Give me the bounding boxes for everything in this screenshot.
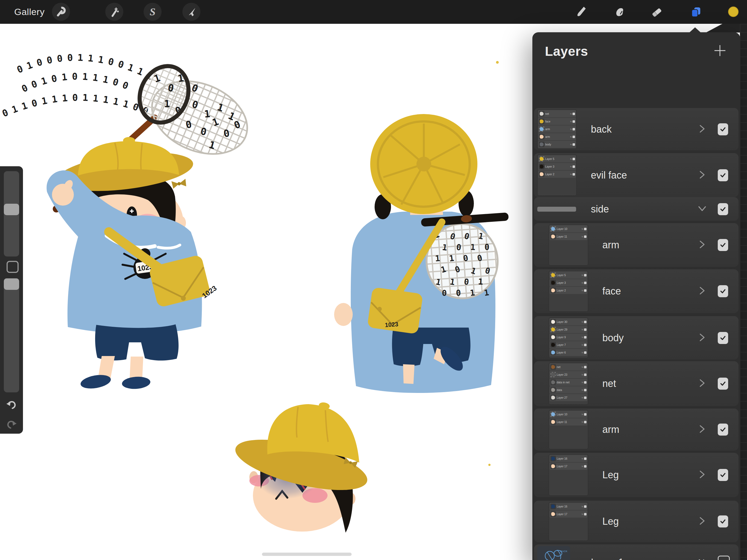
front-character: 1010100110011010 <box>47 58 261 391</box>
procreate-app: 0 1 0 0 0 0 1 1 1 0 0 1 1 1 0 0 1 0 1 0 … <box>0 0 747 560</box>
group-thumbnail: Layer 10NLayer 11N <box>549 225 588 265</box>
layer-row-leg[interactable]: Layer 16NLayer 17NLeg <box>534 453 739 497</box>
visibility-checkbox[interactable] <box>718 239 728 251</box>
shorts <box>95 324 179 361</box>
opacity-slider[interactable] <box>4 278 19 392</box>
layer-row-arm[interactable]: Layer 10NLayer 11Narm <box>534 223 739 267</box>
visibility-checkbox[interactable] <box>718 203 728 215</box>
bag-back: 1023 <box>367 287 423 334</box>
group-thumbnail: Layer 5NLayer 3NLayer 2N <box>537 154 577 196</box>
chevron-right-icon[interactable] <box>698 469 706 481</box>
back-character: 100110101100101011010011 1023 <box>334 114 509 393</box>
layer-row-side[interactable]: side <box>534 197 739 221</box>
redo-button[interactable] <box>4 418 19 430</box>
visibility-checkbox[interactable] <box>718 424 728 436</box>
smudge-icon[interactable] <box>611 3 628 21</box>
layers-title: Layers <box>545 44 712 59</box>
layers-panel: Layers netNfaceNarmNarmNbodyNbackLayer 5… <box>532 32 740 560</box>
chevron-right-icon[interactable] <box>698 378 706 390</box>
chevron-right-icon[interactable] <box>698 123 706 135</box>
visibility-checkbox[interactable] <box>718 123 728 135</box>
layer-name: face <box>602 285 621 297</box>
svg-text:1: 1 <box>470 242 475 252</box>
visibility-checkbox[interactable] <box>718 515 728 528</box>
chevron-right-icon[interactable] <box>698 424 706 436</box>
brush-size-handle[interactable] <box>4 204 19 215</box>
layer-row-net[interactable]: netNLayer 23Ndata in netNdataNLayer 27Nn… <box>534 361 739 406</box>
svg-text:BACK: BACK <box>560 550 568 553</box>
home-indicator[interactable] <box>262 553 352 556</box>
svg-text:0: 0 <box>200 126 207 137</box>
visibility-checkbox[interactable] <box>718 169 728 181</box>
hat-bow <box>172 179 187 189</box>
add-layer-button[interactable] <box>712 43 728 59</box>
selection-icon[interactable]: S <box>144 3 162 21</box>
chevron-right-icon[interactable] <box>698 285 706 297</box>
svg-text:1: 1 <box>469 288 475 298</box>
chevron-right-icon[interactable] <box>698 332 706 344</box>
layer-name: Layer 1 <box>591 557 624 560</box>
visibility-checkbox[interactable] <box>718 556 730 560</box>
layer-row-face[interactable]: Layer 5NLayer 3NLayer 2Nface <box>534 269 739 313</box>
binary-streams: 0 1 0 0 0 0 1 1 1 0 0 1 1 1 0 0 1 0 1 0 … <box>1 52 154 119</box>
layer-row-back[interactable]: netNfaceNarmNarmNbodyNback <box>534 108 739 150</box>
group-thumbnail: Layer 30NLayer 29NLayer 9NLayer 7NLayer … <box>549 317 588 358</box>
hand <box>334 303 353 326</box>
undo-button[interactable] <box>4 399 19 411</box>
layer-name: net <box>602 378 616 389</box>
layer-rows: netNfaceNarmNarmNbodyNbackLayer 5NLayer … <box>534 70 739 560</box>
wrench-icon[interactable] <box>52 3 70 21</box>
layer-name: arm <box>602 424 619 435</box>
brush-icon[interactable] <box>572 3 590 21</box>
svg-text:1: 1 <box>216 101 225 114</box>
gallery-button[interactable]: Gallery <box>14 0 45 24</box>
visibility-checkbox[interactable] <box>718 332 728 344</box>
transform-icon[interactable] <box>182 3 200 21</box>
layers-header: Layers <box>532 32 740 70</box>
blend-mode-badge[interactable]: N <box>698 557 705 560</box>
layer-thumbnail-sketch: BACK <box>537 546 570 560</box>
layer-name: side <box>591 203 609 215</box>
svg-text:1: 1 <box>478 277 483 286</box>
svg-text:0: 0 <box>485 242 490 252</box>
top-toolbar: Gallery S <box>0 0 747 24</box>
chevron-right-icon[interactable] <box>698 169 706 181</box>
color-swatch[interactable] <box>724 3 742 21</box>
svg-text:1: 1 <box>435 253 440 263</box>
layer-row-evil-face[interactable]: Layer 5NLayer 3NLayer 2Nevil face <box>534 153 739 197</box>
svg-text:0: 0 <box>456 288 461 298</box>
group-thumbnail: Layer 5NLayer 3NLayer 2N <box>549 271 588 312</box>
group-thumbnail: netNfaceNarmNarmNbodyN <box>537 109 577 149</box>
svg-text:0 0 1 0 1 0 1 1 1 0 0: 0 0 1 0 1 0 1 1 1 0 0 <box>20 71 130 94</box>
group-bar-thumbnail <box>537 207 576 212</box>
svg-text:0: 0 <box>456 242 462 252</box>
shoe <box>122 376 151 390</box>
layer-row-layer-1[interactable]: BACKLayer 1N <box>534 544 739 560</box>
eraser-icon[interactable] <box>648 3 666 21</box>
layer-row-body[interactable]: Layer 30NLayer 29NLayer 9NLayer 7NLayer … <box>534 316 739 360</box>
layer-row-leg[interactable]: Layer 16NLayer 17NLeg <box>534 501 739 542</box>
svg-text:0 1 1 0 1 1 1 0 1 1 1 1 1 0 0: 0 1 1 0 1 1 1 0 1 1 1 1 1 0 0 <box>1 92 150 119</box>
chevron-down-icon[interactable] <box>698 203 706 215</box>
chevron-right-icon[interactable] <box>698 239 706 251</box>
group-thumbnail: Layer 16NLayer 17N <box>549 502 588 541</box>
visibility-checkbox[interactable] <box>718 469 728 481</box>
visibility-checkbox[interactable] <box>718 378 728 390</box>
svg-text:1: 1 <box>204 108 210 120</box>
svg-text:0: 0 <box>442 288 447 298</box>
visibility-checkbox[interactable] <box>718 285 728 297</box>
svg-text:1023: 1023 <box>385 321 398 328</box>
opacity-handle[interactable] <box>4 278 19 290</box>
layers-icon[interactable] <box>687 3 705 21</box>
layer-name: body <box>602 332 624 344</box>
svg-text:1: 1 <box>164 98 170 109</box>
layer-row-arm[interactable]: Layer 10NLayer 11Narm <box>534 408 739 451</box>
magic-wand-icon[interactable] <box>105 3 123 21</box>
angry-face <box>231 402 372 533</box>
group-thumbnail: Layer 16NLayer 17N <box>549 454 588 496</box>
layer-name: arm <box>602 239 619 251</box>
modify-button[interactable] <box>6 261 19 273</box>
chevron-right-icon[interactable] <box>698 515 706 528</box>
group-thumbnail: netNLayer 23Ndata in netNdataNLayer 27N <box>549 362 588 405</box>
canvas-outside-area <box>740 24 747 560</box>
